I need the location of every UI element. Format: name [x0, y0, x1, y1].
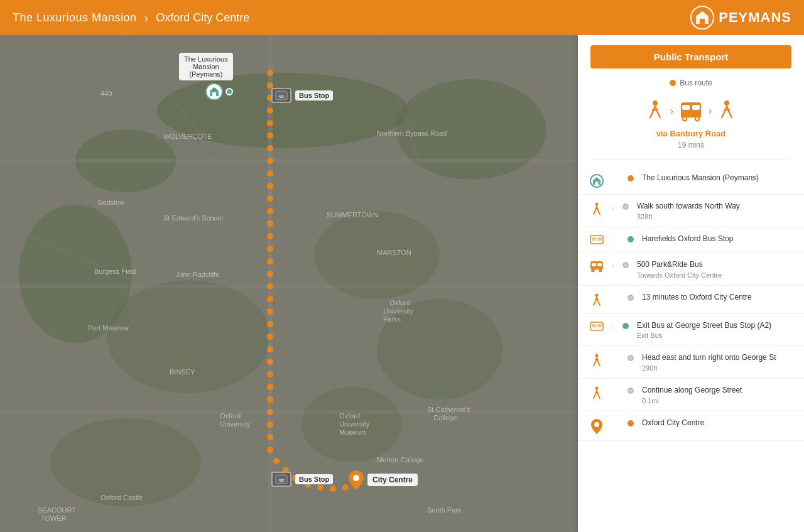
- peymans-logo-icon: [690, 5, 715, 30]
- svg-rect-95: [692, 105, 700, 110]
- step-title: Head east and turn right onto George St: [642, 352, 794, 363]
- svg-point-119: [594, 422, 599, 427]
- steps-list: The Luxurious Mansion (Peymans) › Walk s…: [578, 160, 804, 447]
- svg-rect-110: [597, 263, 602, 266]
- svg-point-30: [267, 183, 273, 189]
- step-title: Exit Bus at George Street Bus Stop (A2): [637, 320, 794, 331]
- step-subtitle: Exit Bus: [637, 332, 794, 339]
- svg-text:University: University: [339, 420, 370, 428]
- step-content: Head east and turn right onto George St …: [642, 352, 794, 372]
- duration-text: 19 mins: [578, 139, 804, 160]
- svg-point-33: [267, 220, 273, 227]
- svg-point-38: [267, 283, 273, 290]
- svg-text:Oxford: Oxford: [389, 299, 410, 307]
- svg-point-112: [599, 269, 602, 272]
- svg-point-34: [267, 233, 273, 239]
- svg-text:St Edward's School: St Edward's School: [163, 214, 223, 222]
- step-dot: [626, 352, 636, 361]
- svg-point-4: [75, 129, 176, 192]
- svg-rect-107: [597, 237, 602, 241]
- header-separator: ›: [144, 11, 149, 25]
- step-title: The Luxurious Mansion (Peymans): [642, 173, 794, 183]
- step-icon: [588, 173, 606, 188]
- svg-point-118: [595, 387, 599, 390]
- svg-point-47: [267, 396, 273, 403]
- step-item: Oxford City Centre: [578, 411, 804, 441]
- step-subtitle: 0.1mi: [642, 397, 794, 404]
- arrow-icon-2: ›: [709, 106, 712, 117]
- svg-point-42: [267, 334, 273, 340]
- svg-rect-115: [592, 324, 596, 327]
- svg-line-18: [188, 286, 377, 475]
- svg-point-91: [353, 475, 359, 481]
- step-dot: [621, 259, 631, 268]
- step-title: Walk south towards North Way: [637, 201, 794, 212]
- svg-text:Northern Bypass Road: Northern Bypass Road: [377, 129, 447, 137]
- dest-pin-icon: [349, 470, 364, 489]
- svg-point-26: [267, 133, 273, 139]
- bus-route-dot: [670, 80, 676, 86]
- svg-point-41: [267, 321, 273, 327]
- svg-point-44: [267, 359, 273, 365]
- svg-point-28: [267, 158, 273, 164]
- step-icon: [588, 259, 606, 272]
- svg-text:University: University: [383, 307, 414, 315]
- step-item[interactable]: › 500 Park&Ride Bus Towards Oxford City …: [578, 253, 804, 286]
- start-label: The Luxurious Mansion (Peymans): [179, 53, 233, 80]
- svg-point-100: [696, 117, 698, 120]
- svg-text:South Park: South Park: [427, 506, 462, 514]
- svg-text:John Radcliffe: John Radcliffe: [176, 271, 220, 278]
- step-chevron-icon: ›: [612, 201, 614, 212]
- svg-text:MARSTON: MARSTON: [377, 249, 411, 256]
- step-subtitle: Towards Oxford City Centre: [637, 271, 794, 279]
- svg-point-21: [267, 70, 273, 76]
- step-content: The Luxurious Mansion (Peymans): [642, 173, 794, 183]
- step-content: Exit Bus at George Street Bus Stop (A2) …: [637, 320, 794, 340]
- step-title: Continue along George Street: [642, 385, 794, 396]
- step-chevron-icon: ›: [612, 259, 614, 271]
- svg-point-5: [396, 79, 546, 180]
- step-title: Oxford City Centre: [642, 418, 794, 428]
- step-content: Walk south towards North Way 328ft: [637, 201, 794, 220]
- svg-point-101: [724, 100, 729, 106]
- svg-text:TOWER: TOWER: [41, 514, 67, 522]
- step-dot: [626, 234, 636, 242]
- map-background: 440 Godstow Burgess Field Port Meadow WO…: [0, 35, 578, 532]
- svg-point-43: [267, 346, 273, 352]
- bus-stop-icon-top: 🚌: [271, 88, 291, 103]
- svg-text:University: University: [220, 420, 251, 428]
- step-dot: [621, 201, 631, 210]
- svg-point-10: [302, 387, 402, 462]
- svg-point-36: [267, 258, 273, 264]
- svg-rect-94: [682, 105, 690, 110]
- svg-point-39: [267, 296, 273, 302]
- svg-point-50: [267, 434, 273, 440]
- bus-stop-icon-bottom: 🚌: [271, 472, 291, 487]
- svg-rect-1: [700, 19, 705, 24]
- transport-button[interactable]: Public Transport: [590, 45, 791, 68]
- svg-text:Oxford Castle: Oxford Castle: [100, 494, 143, 501]
- header-title: The Luxurious Mansion: [13, 11, 137, 24]
- svg-text:College: College: [433, 414, 457, 421]
- svg-rect-103: [595, 182, 599, 185]
- step-subtitle: 290ft: [642, 364, 794, 372]
- svg-point-24: [267, 107, 273, 114]
- svg-text:St Catherine's: St Catherine's: [427, 406, 470, 413]
- step-chevron-icon: ›: [612, 320, 614, 332]
- step-content: Oxford City Centre: [642, 418, 794, 428]
- step-icon: [588, 292, 606, 307]
- svg-point-11: [50, 418, 201, 506]
- step-icon: [588, 352, 606, 367]
- walk-icon: [645, 100, 665, 122]
- step-icon: [588, 418, 606, 434]
- svg-text:Burgess Field: Burgess Field: [94, 268, 136, 275]
- bus-stop-top-label: Bus Stop: [295, 90, 333, 100]
- svg-point-9: [377, 299, 503, 399]
- step-item[interactable]: › Walk south towards North Way 328ft: [578, 195, 804, 227]
- dest-label: City Centre: [367, 474, 418, 486]
- svg-text:SEACOURT: SEACOURT: [38, 506, 76, 514]
- transport-icons-row: › ›: [578, 91, 804, 128]
- svg-point-58: [342, 484, 349, 491]
- step-item[interactable]: › Exit Bus at George Street Bus Stop (A2…: [578, 314, 804, 347]
- map-bus-stop-top: 🚌 Bus Stop: [271, 88, 333, 103]
